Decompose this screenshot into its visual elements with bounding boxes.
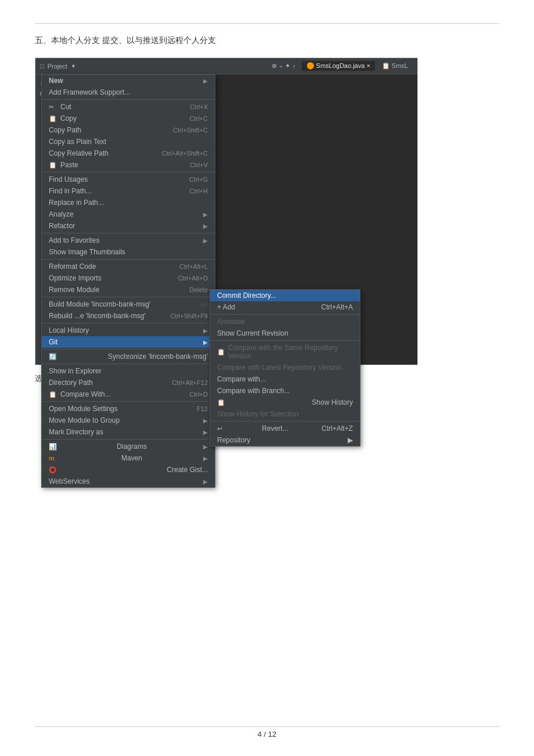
- dropdown-arrow[interactable]: ▼: [71, 63, 76, 69]
- copy-icon: 📋: [49, 115, 58, 123]
- menu-item-copy-plain-label: Copy as Plain Text: [49, 138, 106, 146]
- top-divider: [35, 23, 499, 24]
- separator-2: [42, 172, 215, 172]
- menu-item-move-module[interactable]: Move Module to Group ▶: [42, 415, 215, 426]
- menu-item-reformat-label: Reformat Code: [49, 262, 96, 271]
- menu-item-analyze[interactable]: Analyze ▶: [42, 208, 215, 220]
- tab-smsl[interactable]: 📋 SmsL: [377, 61, 413, 71]
- ide-header: □ Project ▼ ⊕ ÷ ✦ ↑ 🟠 SmsLogDao.java × 📋…: [35, 58, 417, 74]
- submenu-show-history[interactable]: 📋 Show History: [210, 397, 360, 408]
- menu-item-new-label: New: [49, 77, 63, 85]
- menu-item-show-explorer[interactable]: Show in Explorer: [42, 365, 215, 377]
- submenu-commit-directory-label: Commit Directory...: [217, 291, 276, 300]
- menu-item-directory-path[interactable]: Directory Path Ctrl+Alt+F12: [42, 377, 215, 388]
- menu-item-local-history-label: Local History: [49, 326, 89, 334]
- menu-item-cut[interactable]: ✂ Cut Ctrl+X: [42, 101, 215, 113]
- menu-item-image-thumbnails[interactable]: Show Image Thumbnails: [42, 246, 215, 258]
- settings-icon[interactable]: ⊕: [272, 62, 277, 70]
- ide-project-label: Project: [48, 63, 67, 70]
- menu-item-copy-plain[interactable]: Copy as Plain Text: [42, 136, 215, 147]
- menu-item-find-path-label: Find in Path...: [49, 187, 92, 195]
- build-up-label: up]: [200, 301, 208, 307]
- find-usages-shortcut: Ctrl+G: [189, 176, 208, 183]
- menu-item-new[interactable]: New ▶: [42, 75, 215, 87]
- submenu-show-history-label: Show History: [312, 398, 353, 406]
- menu-item-webservices[interactable]: WebServices ▶: [42, 476, 215, 487]
- git-submenu: Commit Directory... + Add Ctrl+Alt+A Ann…: [210, 289, 360, 447]
- menu-item-webservices-label: WebServices: [49, 477, 89, 485]
- submenu-show-current[interactable]: Show Current Revision: [210, 327, 360, 339]
- page-footer: 4 / 12: [0, 730, 534, 739]
- analyze-arrow: ▶: [203, 211, 208, 218]
- git-separator-1: [210, 314, 360, 315]
- menu-item-directory-path-label: Directory Path: [49, 379, 93, 387]
- submenu-compare-same-label: Compare with the Same Repository Version: [228, 344, 353, 360]
- menu-item-replace-path-label: Replace in Path...: [49, 199, 104, 207]
- submenu-show-current-label: Show Current Revision: [217, 329, 288, 337]
- menu-item-mark-directory[interactable]: Mark Directory as ▶: [42, 426, 215, 438]
- submenu-revert[interactable]: ↩ Revert... Ctrl+Alt+Z: [210, 423, 360, 434]
- menu-item-synchronize[interactable]: 🔄 Synchronize 'lincomb-bank-msg': [42, 351, 215, 362]
- open-module-shortcut: F12: [197, 405, 208, 412]
- refactor-arrow: ▶: [203, 223, 208, 229]
- submenu-compare-branch[interactable]: Compare with Branch...: [210, 385, 360, 397]
- compare-icon: 📋: [49, 391, 58, 398]
- menu-item-replace-path[interactable]: Replace in Path...: [42, 197, 215, 208]
- menu-item-local-history[interactable]: Local History ▶: [42, 325, 215, 336]
- separator-3: [42, 233, 215, 233]
- compare-same-icon: 📋: [217, 348, 226, 356]
- menu-item-rebuild-module-label: Rebuild ...e 'lincomb-bank-msg': [49, 312, 146, 320]
- screenshot-container: □ Project ▼ ⊕ ÷ ✦ ↑ 🟠 SmsLogDao.java × 📋…: [35, 57, 418, 365]
- menu-item-create-gist[interactable]: ⭕ Create Gist...: [42, 464, 215, 476]
- menu-item-diagrams[interactable]: 📊 Diagrams ▶: [42, 441, 215, 452]
- menu-item-optimize-imports[interactable]: Optimize Imports Ctrl+Alt+O: [42, 272, 215, 284]
- menu-item-refactor[interactable]: Refactor ▶: [42, 220, 215, 232]
- menu-item-build-module[interactable]: Build Module 'lincomb-bank-msg' up]: [42, 298, 215, 310]
- menu-item-image-thumbnails-label: Show Image Thumbnails: [49, 248, 125, 256]
- arrow-icon[interactable]: ↑: [293, 63, 296, 70]
- split-icon[interactable]: ÷: [279, 63, 283, 70]
- menu-item-add-framework[interactable]: Add Framework Support...: [42, 87, 215, 98]
- submenu-repository[interactable]: Repository ▶: [210, 434, 360, 446]
- menu-item-copy[interactable]: 📋 Copy Ctrl+C: [42, 113, 215, 124]
- submenu-add[interactable]: + Add Ctrl+Alt+A: [210, 301, 360, 313]
- menu-item-add-favorites[interactable]: Add to Favorites ▶: [42, 235, 215, 246]
- separator-9: [42, 401, 215, 402]
- submenu-revert-label: Revert...: [262, 424, 288, 433]
- rebuild-shortcut: Ctrl+Shift+F9: [170, 312, 208, 319]
- move-module-arrow: ▶: [203, 417, 208, 424]
- menu-item-mark-directory-label: Mark Directory as: [49, 428, 103, 436]
- menu-item-reformat[interactable]: Reformat Code Ctrl+Alt+L: [42, 261, 215, 272]
- menu-item-find-usages[interactable]: Find Usages Ctrl+G: [42, 174, 215, 185]
- remove-module-shortcut: Delete: [189, 286, 208, 293]
- gear-icon[interactable]: ✦: [285, 62, 290, 70]
- submenu-add-label: + Add: [217, 303, 235, 311]
- git-separator-2: [210, 340, 360, 341]
- favorites-arrow: ▶: [203, 237, 208, 244]
- menu-item-remove-module[interactable]: Remove Module Delete: [42, 284, 215, 296]
- menu-item-maven[interactable]: m Maven ▶: [42, 452, 215, 464]
- menu-item-copy-relative-label: Copy Relative Path: [49, 149, 109, 157]
- separator-7: [42, 349, 215, 350]
- menu-item-copy-path[interactable]: Copy Path Ctrl+Shift+C: [42, 124, 215, 136]
- context-menu: New ▶ Add Framework Support... ✂ Cut Ctr…: [41, 74, 215, 488]
- menu-item-refactor-label: Refactor: [49, 222, 75, 230]
- separator-8: [42, 363, 215, 364]
- submenu-compare-with[interactable]: Compare with...: [210, 373, 360, 385]
- menu-item-git[interactable]: Git ▶: [42, 336, 215, 348]
- menu-item-find-path[interactable]: Find in Path... Ctrl+H: [42, 185, 215, 197]
- menu-item-copy-relative[interactable]: Copy Relative Path Ctrl+Alt+Shift+C: [42, 147, 215, 159]
- menu-item-compare-with[interactable]: 📋 Compare With... Ctrl+D: [42, 388, 215, 400]
- menu-item-rebuild-module[interactable]: Rebuild ...e 'lincomb-bank-msg' Ctrl+Shi…: [42, 310, 215, 322]
- menu-item-open-module-settings[interactable]: Open Module Settings F12: [42, 403, 215, 415]
- submenu-annotate: Annotate: [210, 316, 360, 327]
- menu-item-paste[interactable]: 📋 Paste Ctrl+V: [42, 159, 215, 171]
- sync-icon: 🔄: [49, 353, 58, 361]
- main-area: 📁 ▼ 🗂 ▶ ▼ New ▶ Add Framework Support...: [35, 74, 417, 365]
- project-icon: □: [40, 63, 44, 70]
- menu-item-maven-label: Maven: [121, 454, 142, 462]
- separator-5: [42, 297, 215, 297]
- tab-smslogdao[interactable]: 🟠 SmsLogDao.java ×: [302, 61, 375, 71]
- submenu-commit-directory[interactable]: Commit Directory...: [210, 290, 360, 301]
- menu-item-cut-label: Cut: [60, 103, 71, 111]
